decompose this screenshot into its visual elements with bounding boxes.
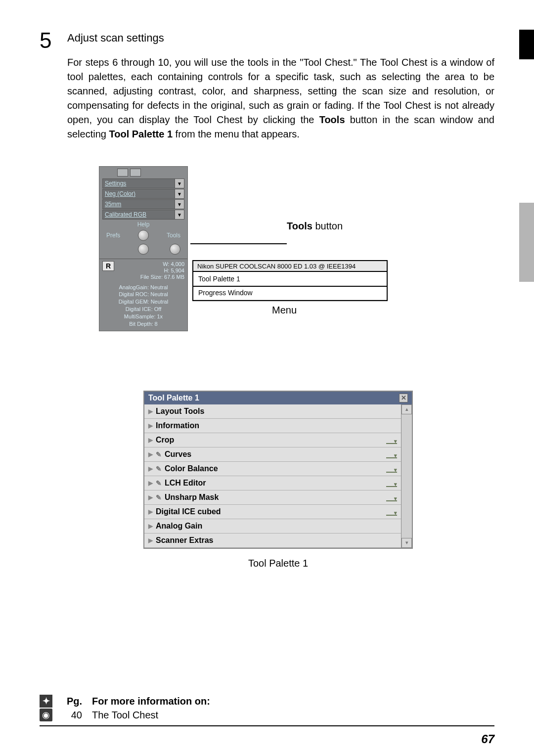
palette-row[interactable]: ▶Information xyxy=(144,419,401,433)
callout-line xyxy=(190,243,287,244)
info-header: For more information on: xyxy=(92,696,210,707)
palette-row[interactable]: ▶Crop xyxy=(144,433,401,447)
palette-row-label: Curves xyxy=(165,450,191,459)
disclosure-triangle-icon[interactable]: ▶ xyxy=(148,523,153,530)
palette-row-label: Layout Tools xyxy=(156,407,204,416)
palette-row[interactable]: ▶✎Curves xyxy=(144,447,401,462)
dropdown-arrow-icon[interactable]: ▼ xyxy=(175,199,184,209)
page-number: 67 xyxy=(481,732,494,746)
disclosure-triangle-icon[interactable]: ▶ xyxy=(148,451,153,458)
palette-row-label: Information xyxy=(156,421,199,430)
filesize-value: File Size: 67.6 MB xyxy=(117,274,184,280)
pg-header: Pg. xyxy=(62,696,82,707)
palette-row[interactable]: ▶Layout Tools xyxy=(144,404,401,419)
disclosure-triangle-icon[interactable]: ▶ xyxy=(148,408,153,415)
disclosure-triangle-icon[interactable]: ▶ xyxy=(148,508,153,515)
disclosure-triangle-icon[interactable]: ▶ xyxy=(148,465,153,472)
scan-panel: Settings ▼ Neg (Color) ▼ 35mm ▼ Calibrat… xyxy=(99,166,188,331)
palette-row[interactable]: ▶✎Unsharp Mask xyxy=(144,490,401,505)
page-tab-marker xyxy=(519,30,534,59)
palette-row-label: Crop xyxy=(156,436,174,445)
step-number: 5 xyxy=(40,30,59,51)
palette-caption: Tool Palette 1 xyxy=(143,558,413,569)
status-block: AnalogGain: Neutral Digital ROC: Neutral… xyxy=(99,283,187,331)
palette-title: Tool Palette 1 xyxy=(148,394,199,402)
palette-row-label: Unsharp Mask xyxy=(165,493,219,502)
settings-dropdown[interactable]: Settings xyxy=(102,178,175,188)
step-body: For steps 6 through 10, you will use the… xyxy=(67,55,494,141)
palette-row-label: Analog Gain xyxy=(156,522,202,531)
edit-icon: ✎ xyxy=(156,450,162,458)
edit-icon: ✎ xyxy=(156,493,162,501)
page-tab-marker-2 xyxy=(519,203,534,282)
row-dropdown-icon[interactable] xyxy=(386,493,397,501)
palette-row[interactable]: ▶Analog Gain xyxy=(144,519,401,534)
step-title: Adjust scan settings xyxy=(67,30,164,51)
colorspace-dropdown[interactable]: Calibrated RGB xyxy=(102,210,175,220)
row-dropdown-icon[interactable] xyxy=(386,479,397,487)
palette-row-label: Color Balance xyxy=(165,464,218,473)
toolbar-icon[interactable] xyxy=(130,169,141,177)
format-dropdown[interactable]: 35mm xyxy=(102,199,175,209)
row-dropdown-icon[interactable] xyxy=(386,450,397,458)
close-icon[interactable]: ✕ xyxy=(399,394,408,402)
palette-row-label: Digital ICE cubed xyxy=(156,507,221,516)
prefs-button[interactable] xyxy=(138,230,149,241)
scroll-down-icon[interactable]: ▾ xyxy=(401,538,412,548)
disclosure-triangle-icon[interactable]: ▶ xyxy=(148,480,153,487)
book-icon: ✦ xyxy=(40,695,52,708)
palette-row[interactable]: ▶✎LCH Editor xyxy=(144,476,401,490)
edit-icon: ✎ xyxy=(156,479,162,487)
palette-row-label: LCH Editor xyxy=(165,479,206,488)
scrollbar[interactable]: ▴ ▾ xyxy=(401,404,412,548)
dropdown-arrow-icon[interactable]: ▼ xyxy=(175,210,184,220)
toolbar-icon[interactable] xyxy=(117,169,128,177)
help-button[interactable] xyxy=(138,244,149,255)
help-label: Help xyxy=(137,221,150,228)
disclosure-triangle-icon[interactable]: ▶ xyxy=(148,437,153,444)
row-dropdown-icon[interactable] xyxy=(386,508,397,516)
scan-window-figure: Settings ▼ Neg (Color) ▼ 35mm ▼ Calibrat… xyxy=(99,166,376,331)
scroll-up-icon[interactable]: ▴ xyxy=(401,404,412,414)
row-dropdown-icon[interactable] xyxy=(386,436,397,444)
prefs-label: Prefs xyxy=(106,232,120,239)
tools-button-callout: Tools button xyxy=(287,221,343,232)
palette-row[interactable]: ▶✎Color Balance xyxy=(144,462,401,476)
menu-callout: Menu xyxy=(272,305,297,316)
width-value: W: 4,000 xyxy=(117,261,184,267)
film-type-dropdown[interactable]: Neg (Color) xyxy=(102,189,175,199)
menu-header: Nikon SUPER COOLSCAN 8000 ED 1.03 @ IEEE… xyxy=(193,261,387,272)
dropdown-arrow-icon[interactable]: ▼ xyxy=(175,178,184,188)
menu-item-tool-palette-1[interactable]: Tool Palette 1 xyxy=(192,271,388,287)
disclosure-triangle-icon[interactable]: ▶ xyxy=(148,494,153,501)
tools-button[interactable] xyxy=(170,244,180,255)
disclosure-triangle-icon[interactable]: ▶ xyxy=(148,422,153,429)
height-value: H: 5,904 xyxy=(117,267,184,274)
orientation-icon[interactable]: R xyxy=(102,261,114,271)
menu-item-progress-window[interactable]: Progress Window xyxy=(193,286,387,300)
topic-label: The Tool Chest xyxy=(92,710,158,721)
pg-number: 40 xyxy=(62,710,82,721)
disc-icon: ◉ xyxy=(40,709,52,721)
tools-label: Tools xyxy=(167,232,180,239)
disclosure-triangle-icon[interactable]: ▶ xyxy=(148,537,153,544)
footer-reference: ✦ Pg. For more information on: ◉ 40 The … xyxy=(40,695,494,726)
palette-row[interactable]: ▶Scanner Extras xyxy=(144,534,401,548)
palette-row-label: Scanner Extras xyxy=(156,536,214,545)
palette-row[interactable]: ▶Digital ICE cubed xyxy=(144,505,401,519)
dropdown-arrow-icon[interactable]: ▼ xyxy=(175,189,184,199)
row-dropdown-icon[interactable] xyxy=(386,465,397,473)
edit-icon: ✎ xyxy=(156,465,162,473)
tool-palette-window: Tool Palette 1 ✕ ▶Layout Tools▶Informati… xyxy=(143,391,413,549)
tools-menu: Nikon SUPER COOLSCAN 8000 ED 1.03 @ IEEE… xyxy=(192,260,388,301)
